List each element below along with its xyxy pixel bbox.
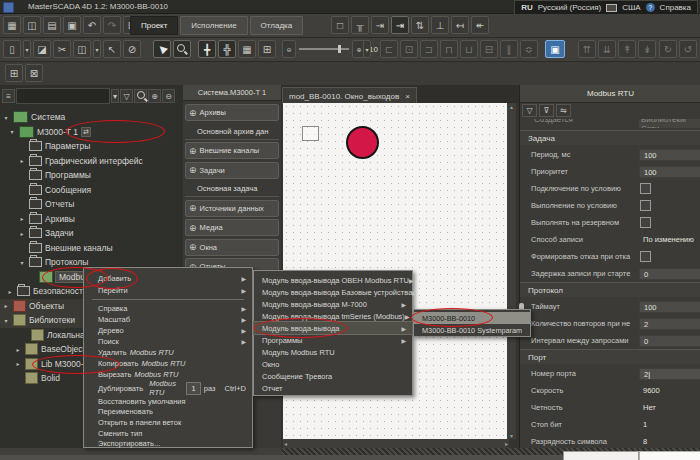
property-checkbox[interactable] bbox=[640, 217, 651, 228]
expand-plus-icon[interactable]: ⊕ bbox=[189, 146, 197, 156]
property-checkbox[interactable] bbox=[640, 183, 651, 194]
undo-icon[interactable]: ↶ bbox=[83, 16, 101, 34]
shortcut-item[interactable]: ⊕ Основной архив дан bbox=[185, 124, 279, 140]
scroll-left-icon[interactable]: ◂ bbox=[284, 440, 287, 447]
distribute-v-icon[interactable]: ≎ bbox=[520, 40, 538, 58]
menu-item[interactable]: Переименовать bbox=[84, 407, 252, 418]
branch-icon[interactable]: ≡ bbox=[2, 89, 15, 103]
tree-expander-icon[interactable]: ▾ bbox=[2, 317, 10, 324]
menu-item[interactable]: Поиск ▶ bbox=[84, 336, 252, 347]
insert-right-icon[interactable]: ⇥ bbox=[371, 16, 389, 34]
shortcut-item[interactable]: ⊕ Задачи bbox=[185, 162, 279, 179]
submenu-item[interactable]: Модуль ввода-вывода М-7000 ▶ bbox=[254, 298, 412, 310]
filter-clear-icon[interactable]: ⊽ bbox=[539, 104, 554, 117]
select-copy-icon[interactable]: ↖ bbox=[103, 40, 121, 58]
search-dropdown-icon[interactable]: ▾ bbox=[111, 89, 119, 103]
menu-item[interactable]: Экспортировать... bbox=[84, 438, 252, 449]
selection-frame-icon[interactable]: □ bbox=[331, 16, 349, 34]
align-left-icon[interactable]: ⊏ bbox=[380, 40, 398, 58]
bring-forward-icon[interactable]: ↟ bbox=[618, 40, 636, 58]
filter-funnel-icon[interactable]: ▽ bbox=[120, 89, 133, 103]
lang-code[interactable]: RU bbox=[521, 3, 533, 12]
delete-node-icon[interactable]: ⊘ bbox=[123, 40, 141, 58]
submenu-item[interactable]: M3000-BB-0010 bbox=[414, 312, 530, 324]
tree-item[interactable]: Отчеты bbox=[0, 197, 183, 212]
tree-expander-icon[interactable]: ▸ bbox=[14, 360, 22, 367]
send-back-icon[interactable]: ⇊ bbox=[598, 40, 616, 58]
submenu-item[interactable]: Модуль Modbus RTU bbox=[254, 346, 412, 358]
canvas-red-circle-shape[interactable] bbox=[346, 126, 379, 159]
section-header[interactable]: Протокол bbox=[520, 282, 700, 297]
submenu-item[interactable]: Программы ▶ bbox=[254, 334, 412, 346]
scroll-right-icon[interactable]: ▸ bbox=[505, 440, 508, 447]
tree-item[interactable]: Программы bbox=[0, 168, 183, 183]
shortcut-item[interactable]: ⊕ Источники данных bbox=[185, 200, 279, 217]
section-header[interactable]: Задача bbox=[520, 130, 700, 145]
menu-item[interactable]: Удалить Modbus RTU bbox=[84, 347, 252, 358]
property-value[interactable]: 0 bbox=[639, 335, 700, 347]
attach-list-left-icon[interactable]: ↞ bbox=[471, 16, 489, 34]
menu-item[interactable]: Перейти ▶ bbox=[84, 284, 252, 296]
property-value[interactable]: 100 bbox=[639, 166, 700, 178]
property-value[interactable]: 2 bbox=[639, 368, 700, 380]
attach-left-icon[interactable]: ↤ bbox=[451, 16, 469, 34]
menu-item[interactable]: Открыть в панели веток bbox=[84, 417, 252, 428]
zoom-out-icon[interactable]: ⊖ bbox=[282, 40, 296, 58]
copy-icon[interactable]: ◪ bbox=[33, 40, 51, 58]
insert-list-icon[interactable]: ⇅ bbox=[411, 16, 429, 34]
tree-expander-icon[interactable]: ▸ bbox=[14, 346, 22, 353]
submenu-item[interactable]: Отчет bbox=[254, 382, 412, 394]
duplicate-icon[interactable]: ◫ bbox=[73, 40, 91, 58]
menu-item[interactable]: Копировать Modbus RTU bbox=[84, 358, 252, 369]
paste-icon[interactable]: ▯ bbox=[3, 40, 21, 58]
align-center-icon[interactable]: ⊡ bbox=[400, 40, 418, 58]
search-zoom-in-icon[interactable]: ⊕ bbox=[148, 89, 161, 103]
canvas-rectangle-shape[interactable] bbox=[302, 126, 319, 141]
tree-item[interactable]: ▾ Система bbox=[0, 110, 183, 125]
property-checkbox[interactable] bbox=[640, 200, 651, 211]
lang-name[interactable]: Русский (Россия) bbox=[538, 3, 601, 12]
rotate-ccw-icon[interactable]: ↺ bbox=[679, 40, 697, 58]
redo-icon[interactable]: ↷ bbox=[103, 16, 121, 34]
tree-expander-icon[interactable]: ▸ bbox=[18, 157, 26, 164]
expand-plus-icon[interactable]: ⊕ bbox=[189, 108, 197, 118]
tree-expander-icon[interactable]: ▸ bbox=[2, 302, 10, 309]
tree-expander-icon[interactable]: ▸ bbox=[18, 215, 26, 222]
property-value[interactable]: 8 bbox=[639, 436, 700, 448]
shortcut-item[interactable]: ⊕ Медиа bbox=[185, 219, 279, 236]
property-value[interactable]: 1 bbox=[639, 419, 700, 431]
submenu-item[interactable]: Модуль ввода-вывода ▶ bbox=[254, 322, 412, 334]
help-icon[interactable]: ? bbox=[646, 3, 655, 12]
tree-item[interactable]: Сообщения bbox=[0, 183, 183, 198]
menu-item[interactable]: Добавить ▶ bbox=[84, 272, 252, 284]
property-checkbox[interactable] bbox=[640, 251, 651, 262]
expand-plus-icon[interactable]: ⊕ bbox=[189, 165, 197, 175]
snap-grid-icon[interactable]: ╬ bbox=[218, 40, 236, 58]
menu-item[interactable]: Восстановить умолчания bbox=[84, 396, 252, 407]
tree-item[interactable]: ▸ Архивы bbox=[0, 212, 183, 227]
show-grid-icon[interactable]: ╋ bbox=[198, 40, 216, 58]
document-tab[interactable]: mod_BB-0010. Окно_выходов × bbox=[282, 87, 417, 104]
shortcut-item[interactable]: ⊕ Архивы bbox=[185, 104, 279, 121]
submenu-item[interactable]: Окно bbox=[254, 358, 412, 370]
tree-item[interactable]: ▸ Графический интерфейс bbox=[0, 154, 183, 169]
align-bottom-icon[interactable]: ⊟ bbox=[480, 40, 498, 58]
tree-expander-icon[interactable]: ▸ bbox=[6, 288, 14, 295]
tree-expander-icon[interactable]: ▾ bbox=[8, 128, 16, 135]
tree-item-pin-icon[interactable]: ⇄ bbox=[81, 127, 91, 137]
mode-tab[interactable]: Проект bbox=[130, 16, 178, 35]
submenu-item[interactable]: Модуль ввода-вывода Базовые устройства ▶ bbox=[254, 286, 412, 298]
submenu-item[interactable]: Сообщение Тревога bbox=[254, 370, 412, 382]
expand-plus-icon[interactable]: ⊕ bbox=[189, 242, 197, 252]
search-zoom-out-icon[interactable]: ⊖ bbox=[162, 89, 175, 103]
menu-item[interactable]: Сменить тип bbox=[84, 428, 252, 439]
zoom-slider-knob[interactable] bbox=[338, 45, 341, 53]
save-icon[interactable]: ▣ bbox=[63, 16, 81, 34]
monitor-user-icon[interactable]: ◫ bbox=[23, 16, 41, 34]
magnifier-tool-icon[interactable] bbox=[173, 40, 191, 58]
sort-toggle-icon[interactable]: ⇋ bbox=[556, 104, 571, 117]
align-right-icon[interactable]: ⊐ bbox=[420, 40, 438, 58]
distribute-h-icon[interactable]: ∥ bbox=[500, 40, 518, 58]
canvas-hscrollbar[interactable]: ◂ ▸ bbox=[283, 439, 509, 448]
submenu-item[interactable]: Модуль ввода-вывода tmSeries (Modbus) ▶ bbox=[254, 310, 412, 322]
